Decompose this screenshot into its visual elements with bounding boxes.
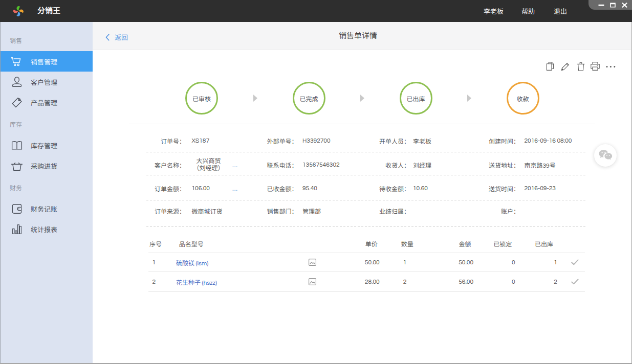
top-bar: 分销王 李老板 帮助 退出	[0, 0, 632, 22]
product-name-link[interactable]: 花生种子 (hszz)	[176, 272, 217, 291]
field-label-cell: 送货地址：	[146, 153, 519, 176]
more-icon[interactable]	[605, 62, 617, 71]
check-icon	[571, 259, 579, 265]
logout-menu[interactable]: 退出	[554, 0, 567, 24]
book-icon	[12, 141, 23, 150]
page-header: 返回 销售单详情	[93, 22, 631, 50]
shipped-check-cell	[571, 253, 579, 271]
cell-shipped: 1	[546, 253, 566, 271]
field-label: 账户：	[501, 207, 519, 215]
sidebar-item-label: 采购进货	[31, 161, 57, 171]
field-value-cell: 2016-09-23	[525, 176, 556, 201]
maximize-icon	[610, 3, 616, 8]
minimize-icon	[598, 3, 604, 8]
sidebar-section-label: 销售	[1, 36, 93, 47]
field-label: 送货时间：	[489, 184, 519, 193]
sidebar-item-wallet[interactable]: 财务记账	[1, 198, 93, 219]
field-value-cell: 2016-09-16 08:00	[525, 126, 572, 155]
sidebar-item-label: 销售管理	[31, 57, 57, 66]
col-header-amount: 金额	[459, 234, 471, 253]
status-step: 已完成	[293, 82, 325, 115]
status-step: 已出库	[400, 82, 432, 115]
sidebar-item-tag[interactable]: 产品管理	[1, 92, 93, 112]
sidebar-item-chart[interactable]: 统计报表	[1, 219, 93, 239]
sidebar-item-book[interactable]: 库存管理	[1, 135, 93, 155]
cell-locked: 0	[503, 272, 524, 291]
copy-icon[interactable]	[546, 62, 555, 71]
close-button[interactable]	[622, 0, 627, 10]
cell-seq: 1	[144, 253, 164, 271]
cell-qty: 1	[395, 253, 415, 271]
sidebar-item-basket[interactable]: 采购进货	[1, 155, 93, 176]
check-icon	[571, 279, 579, 285]
product-row: 1硫酸镁 (lsm)50.00150.0001	[148, 253, 585, 272]
product-image-icon[interactable]	[309, 259, 316, 266]
col-header-name: 品名型号	[179, 234, 204, 253]
order-fields: 订单号：XS187外部单号：H3392700开单人员：李老板创建时间：2016-…	[146, 124, 585, 226]
sidebar-item-label: 客户管理	[31, 77, 57, 87]
cell-qty: 2	[395, 272, 415, 291]
col-header-locked: 已锁定	[493, 234, 512, 253]
cell-amount: 50.00	[459, 253, 473, 271]
minimize-button[interactable]	[598, 0, 604, 10]
col-header-qty: 数量	[401, 234, 413, 253]
sidebar-item-label: 财务记账	[31, 204, 57, 214]
tag-icon	[12, 97, 23, 108]
sidebar-item-label: 库存管理	[31, 141, 57, 150]
field-value-cell: 南京路39号	[525, 153, 556, 176]
product-image-icon[interactable]	[309, 278, 316, 285]
print-icon[interactable]	[591, 62, 600, 71]
col-header-price: 单价	[365, 234, 378, 253]
field-label: 创建时间：	[489, 136, 519, 145]
cell-amount: 56.00	[459, 272, 473, 291]
col-header-shipped: 已出库	[535, 234, 553, 253]
sidebar-section-label: 财务	[1, 184, 93, 194]
sidebar-section-label: 库存	[1, 120, 93, 130]
cell-shipped: 2	[546, 272, 566, 291]
delete-icon[interactable]	[577, 62, 585, 71]
cell-price: 50.00	[365, 253, 380, 271]
col-header-seq: 序号	[149, 234, 162, 253]
product-image-cell	[309, 272, 316, 291]
field-label: 送货地址：	[489, 161, 519, 169]
product-table-header: 序号品名型号单价数量金额已锁定已出库	[148, 234, 585, 253]
help-menu[interactable]: 帮助	[521, 0, 535, 24]
app-window: 分销王 李老板 帮助 退出 销售销售管理客户管理产品管理库存库存管理采购进货财务…	[0, 0, 632, 364]
sidebar-item-cart[interactable]: 销售管理	[1, 51, 93, 72]
close-icon	[622, 3, 627, 8]
toolbar	[93, 62, 631, 71]
product-image-cell	[309, 253, 316, 271]
flow-arrow-icon	[253, 95, 257, 102]
sidebar: 销售销售管理客户管理产品管理库存库存管理采购进货财务财务记账统计报表	[1, 22, 93, 364]
field-value: 2016-09-23	[525, 185, 556, 192]
sidebar-item-label: 统计报表	[31, 224, 57, 234]
flow-arrow-icon	[360, 95, 364, 102]
status-flow: 已审核已完成已出库收款	[93, 75, 631, 116]
wallet-icon	[12, 204, 22, 214]
product-row: 2花生种子 (hszz)28.00256.0002	[148, 272, 585, 292]
app-logo-pinwheel-icon	[12, 5, 25, 18]
cell-price: 28.00	[365, 272, 380, 291]
sidebar-item-person[interactable]: 客户管理	[1, 72, 93, 92]
order-field-row: 客户名称：大兴商贸（刘经理）...联系电话：13567546302收货人：刘经理…	[146, 152, 585, 175]
sidebar-item-label: 产品管理	[31, 98, 57, 107]
person-icon	[12, 77, 22, 87]
field-value: 南京路39号	[525, 161, 556, 169]
flow-arrow-icon	[467, 95, 471, 102]
field-value: 2016-09-16 08:00	[525, 138, 572, 144]
user-menu[interactable]: 李老板	[484, 0, 504, 24]
field-label-cell: 账户：	[146, 198, 519, 224]
edit-icon[interactable]	[561, 62, 570, 71]
maximize-button[interactable]	[610, 0, 616, 10]
wechat-icon	[599, 150, 613, 161]
main-area: 返回 销售单详情	[93, 22, 631, 364]
product-name-link[interactable]: 硫酸镁 (lsm)	[176, 253, 208, 271]
status-step: 已审核	[185, 82, 218, 115]
window-border-left	[0, 22, 1, 364]
shipped-check-cell	[571, 272, 579, 291]
field-label-cell: 创建时间：	[146, 126, 519, 155]
wechat-float-button[interactable]	[594, 144, 617, 167]
chart-icon	[12, 224, 21, 234]
order-field-row: 订单号：XS187外部单号：H3392700开单人员：李老板创建时间：2016-…	[146, 124, 585, 152]
order-field-row: 订单来源：微商城订货销售部门：管理部业绩归属：账户：	[146, 200, 585, 226]
